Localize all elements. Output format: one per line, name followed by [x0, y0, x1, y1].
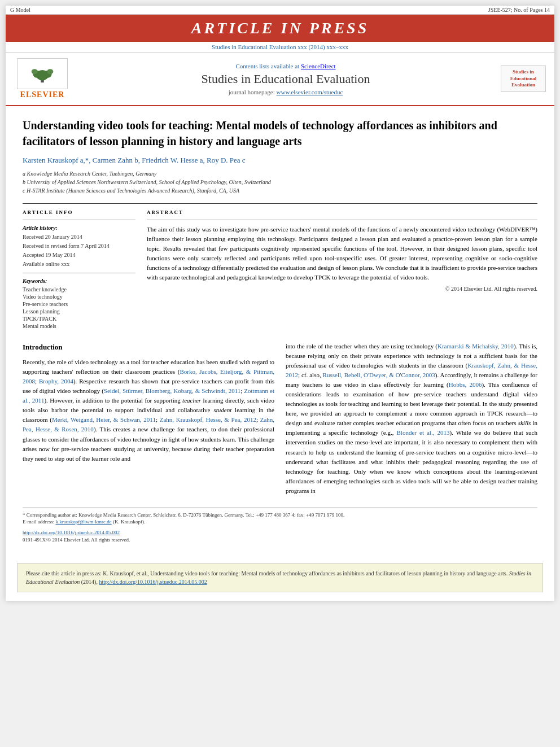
elsevier-wordmark: ELSEVIER	[20, 90, 65, 99]
journal-center-header: Contents lists available at ScienceDirec…	[79, 63, 492, 95]
article-in-press-banner: ARTICLE IN PRESS	[6, 15, 554, 42]
abstract-body: The aim of this study was to investigate…	[147, 225, 537, 282]
sciencedirect-link[interactable]: ScienceDirect	[301, 63, 336, 69]
banner-doi-link[interactable]: http://dx.doi.org/10.1016/j.stueduc.2014…	[99, 579, 207, 585]
abstract-column: ABSTRACT The aim of this study was to in…	[147, 209, 537, 330]
journal-header: ELSEVIER Contents lists available at Sci…	[6, 53, 554, 106]
g-model-label: G Model	[10, 7, 30, 13]
authors-line: Karsten Krauskopf a,*, Carmen Zahn b, Fr…	[23, 156, 537, 165]
copyright-line: © 2014 Elsevier Ltd. All rights reserved…	[147, 286, 537, 292]
citation-bar: Studies in Educational Evaluation xxx (2…	[6, 42, 554, 53]
ref-zahn2012[interactable]: Zahn, Krauskopf, Hesse, & Pea, 2012	[160, 416, 256, 423]
issn-line: 0191-491X/© 2014 Elsevier Ltd. All right…	[23, 536, 537, 544]
affiliation-c: c H-STAR Institute (Human Sciences and T…	[23, 186, 537, 195]
body-section: Introduction Recently, the role of video…	[23, 342, 537, 499]
ref-kramarski[interactable]: Kramarski & Michalsky, 2010	[438, 343, 514, 350]
contents-line: Contents lists available at ScienceDirec…	[79, 63, 492, 69]
available-online: Available online xxx	[23, 260, 135, 268]
banner-text: Please cite this article in press as: K.…	[26, 570, 531, 585]
footnote-area: * Corresponding author at: Knowledge Med…	[23, 508, 537, 543]
keyword-5: TPCK/TPACK	[23, 316, 135, 322]
footnote-email: E-mail address: k.krauskopf@iwm-kmrc.de …	[23, 518, 537, 526]
svg-point-5	[47, 69, 53, 74]
ref-seidel[interactable]: Seidel, Stürmer, Blomberg, Kobarg, & Sch…	[104, 387, 240, 394]
ref-blonder[interactable]: Blonder et al., 2013	[397, 429, 450, 436]
journal-homepage: journal homepage: www.elsevier.com/stued…	[79, 89, 492, 95]
body-two-col: Introduction Recently, the role of video…	[23, 342, 537, 499]
received-date: Received 20 January 2014	[23, 233, 135, 241]
doi-link[interactable]: http://dx.doi.org/10.1016/j.stueduc.2014…	[23, 530, 120, 535]
affiliation-a: a Knowledge Media Research Center, Tuebi…	[23, 169, 537, 178]
ref-brophy[interactable]: Brophy, 2004	[39, 378, 73, 385]
main-content: Understanding video tools for teaching: …	[6, 106, 554, 554]
ref-hobbs[interactable]: Hobbs, 2006	[449, 381, 482, 388]
affiliations: a Knowledge Media Research Center, Tuebi…	[23, 169, 537, 195]
affiliation-b: b University of Applied Sciences Northwe…	[23, 178, 537, 186]
keyword-3: Pre-service teachers	[23, 301, 135, 307]
footnote-star-text: * Corresponding author at: Knowledge Med…	[23, 512, 537, 519]
article-history-label: Article history:	[23, 225, 135, 231]
journal-title-header: Studies in Educational Evaluation	[79, 72, 492, 86]
article-info-heading: ARTICLE INFO	[23, 209, 135, 215]
svg-point-4	[32, 69, 38, 74]
elsevier-logo-box	[17, 58, 68, 89]
footnote-email-link[interactable]: k.krauskopf@iwm-kmrc.de	[55, 519, 111, 525]
article-info-abstract-section: ARTICLE INFO Article history: Received 2…	[23, 203, 537, 330]
journal-logo-left: ELSEVIER	[14, 58, 71, 99]
bottom-citation-banner: Please cite this article in press as: K.…	[17, 563, 543, 592]
right-para-1: into the role of the teacher when they a…	[286, 342, 537, 496]
keyword-2: Video technology	[23, 294, 135, 300]
journal-code: JSEE-527; No. of Pages 14	[488, 7, 550, 13]
intro-para-1: Recently, the role of video technology a…	[23, 357, 274, 464]
journal-badge-right: Studies inEducationalEvaluation	[501, 65, 546, 92]
keyword-4: Lesson planning	[23, 308, 135, 314]
article-info-column: ARTICLE INFO Article history: Received 2…	[23, 209, 135, 330]
ref-russell[interactable]: Russell, Bebell, O'Dwyer, & O'Connor, 20…	[323, 372, 435, 378]
homepage-url[interactable]: www.elsevier.com/stueduc	[277, 89, 343, 95]
body-left-col: Introduction Recently, the role of video…	[23, 342, 274, 499]
abstract-heading: ABSTRACT	[147, 209, 537, 215]
badge-journal-name: Studies inEducationalEvaluation	[504, 69, 542, 89]
keyword-6: Mental models	[23, 323, 135, 329]
intro-heading: Introduction	[23, 342, 274, 353]
ref-merkt[interactable]: Merkt, Weigand, Heier, & Schwan, 2011	[52, 416, 156, 423]
keyword-1: Teacher knowledge	[23, 286, 135, 292]
g-model-bar: G Model JSEE-527; No. of Pages 14	[6, 6, 554, 15]
body-right-col: into the role of the teacher when they a…	[286, 342, 537, 499]
keywords-label: Keywords:	[23, 278, 135, 284]
received-revised-date: Received in revised form 7 April 2014	[23, 242, 135, 250]
article-title: Understanding video tools for teaching: …	[23, 117, 537, 149]
accepted-date: Accepted 19 May 2014	[23, 251, 135, 259]
